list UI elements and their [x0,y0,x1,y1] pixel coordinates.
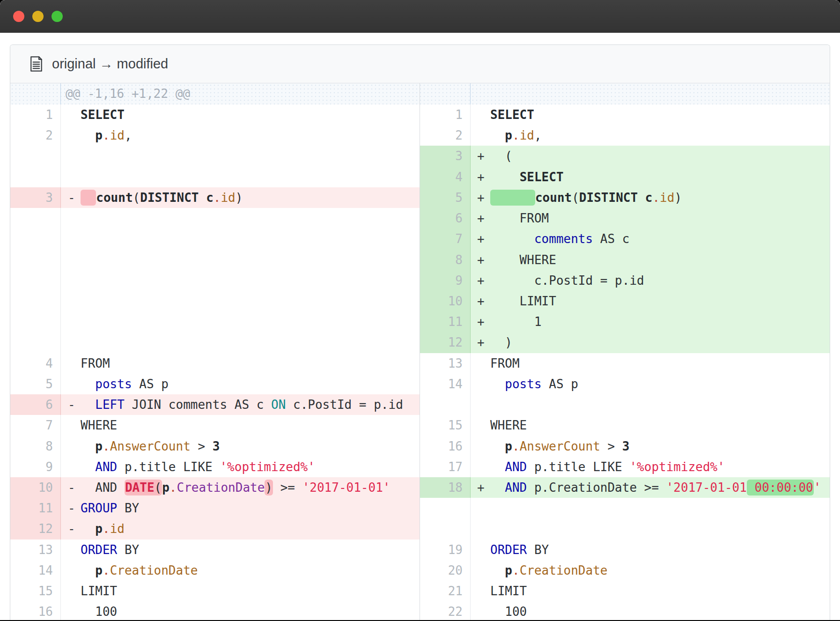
line-number [10,167,61,187]
line-number: 8 [420,250,471,270]
diff-right-cell: 3+ ( [420,146,830,166]
diff-marker [471,518,490,539]
code-line [490,394,830,415]
diff-marker [471,540,490,560]
line-number: 12 [420,332,471,353]
traffic-lights [13,11,63,22]
code-line: AND p.CreationDate >= '2017-01-01 00:00:… [490,477,830,498]
diff-marker [61,270,81,291]
diff-right-cell: 14 posts AS p [420,374,830,394]
diff-right-cell: 20 p.CreationDate [420,560,830,581]
line-number: 8 [10,436,61,457]
code-line [490,518,830,539]
line-number [420,498,471,518]
diff-left-cell [10,208,420,229]
diff-left-cell: 11-GROUP BY [10,498,420,518]
diff-marker [61,374,81,394]
line-number: 16 [10,601,61,620]
code-line: 100 [490,601,830,620]
line-number: 1 [10,104,61,125]
diff-row: 8+ WHERE [10,250,830,270]
diff-row: 3+ ( [10,146,830,166]
diff-left-cell: 8 p.AnswerCount > 3 [10,436,420,457]
diff-left-cell: 10- AND DATE(p.CreationDate) >= '2017-01… [10,477,420,498]
diff-body[interactable]: @@ -1,16 +1,22 @@ 1SELECT1SELECT2 p.id,2… [10,83,830,620]
diff-marker: - [61,187,81,208]
diff-marker [471,374,490,394]
code-line [81,291,420,311]
inline-change-highlight [490,190,535,206]
line-number: 16 [420,436,471,457]
diff-row: 13ORDER BY19ORDER BY [10,540,830,560]
close-button[interactable] [13,11,24,22]
diff-marker [471,394,490,415]
diff-marker: + [471,291,490,311]
diff-marker [61,601,81,620]
diff-marker [471,457,490,477]
diff-left-cell: 3- count(DISTINCT c.id) [10,187,420,208]
line-number: 13 [420,353,471,374]
code-line: SELECT [81,104,420,125]
diff-marker [61,167,81,187]
diff-left-cell: 7WHERE [10,415,420,436]
code-line: 100 [81,601,420,620]
diff-left-cell: 6- LEFT JOIN comments AS c ON c.PostId =… [10,394,420,415]
diff-right-cell: 1SELECT [420,104,830,125]
inline-change-highlight: 00:00:00 [747,480,814,495]
zoom-button[interactable] [52,11,63,22]
code-line: p.CreationDate [81,560,420,581]
diff-row: 11+ 1 [10,311,830,332]
diff-left-cell: 12- p.id [10,518,420,539]
diff-left-cell: 16 100 [10,601,420,620]
diff-right-cell: 13FROM [420,353,830,374]
diff-row: 14 p.CreationDate20 p.CreationDate [10,560,830,581]
code-line: ORDER BY [81,540,420,560]
minimize-button[interactable] [32,11,44,22]
line-number: 10 [10,477,61,498]
code-line: LIMIT [490,581,830,601]
code-line [81,146,420,166]
line-number: 20 [420,560,471,581]
line-number: 3 [10,187,61,208]
line-number: 5 [420,187,471,208]
diff-right-cell: 8+ WHERE [420,250,830,270]
diff-marker: + [471,167,490,187]
line-number [10,291,61,311]
code-line: p.AnswerCount > 3 [490,436,830,457]
diff-right-cell: 7+ comments AS c [420,229,830,249]
code-line: ( [490,146,830,166]
code-line: ) [490,332,830,353]
diff-marker [61,104,81,125]
code-line [81,167,420,187]
diff-left-cell [10,270,420,291]
inline-change-highlight: DATE( [125,480,162,495]
diff-right-cell: 2 p.id, [420,125,830,146]
diff-marker [471,498,490,518]
diff-right-cell: 18+ AND p.CreationDate >= '2017-01-01 00… [420,477,830,498]
diff-right-cell [420,498,830,518]
diff-marker [61,436,81,457]
diff-marker [61,457,81,477]
line-number: 22 [420,601,471,620]
code-line: p.CreationDate [490,560,830,581]
diff-marker [471,415,490,436]
diff-row: 15LIMIT21LIMIT [10,581,830,601]
diff-left-cell [10,229,420,249]
diff-row: 2 p.id,2 p.id, [10,125,830,146]
line-number: 6 [420,208,471,229]
code-line: FROM [490,353,830,374]
hunk-header-row: @@ -1,16 +1,22 @@ [10,83,830,104]
app-window: original → modified @@ -1,16 +1,22 @@ 1S… [0,0,840,620]
diff-right-cell: 4+ SELECT [420,167,830,187]
diff-marker [471,601,490,620]
line-number: 12 [10,518,61,539]
diff-left-cell: 9 AND p.title LIKE '%optimized%' [10,457,420,477]
line-number: 4 [10,353,61,374]
diff-row: 4+ SELECT [10,167,830,187]
diff-marker: + [471,146,490,166]
inline-change-highlight: ) [265,480,273,495]
diff-row: 5 posts AS p14 posts AS p [10,374,830,394]
line-number: 19 [420,540,471,560]
line-number [10,332,61,353]
diff-left-cell [10,291,420,311]
